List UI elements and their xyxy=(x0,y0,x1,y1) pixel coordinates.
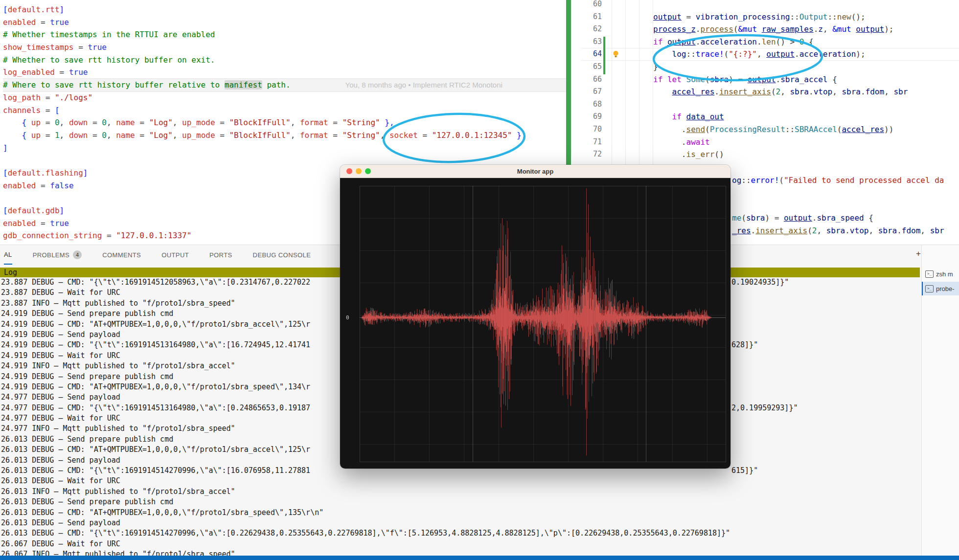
code-token: await xyxy=(686,137,710,147)
code-token: = xyxy=(215,131,229,140)
code-token: . xyxy=(809,87,814,96)
code-token: "BlockIfFull" xyxy=(229,118,290,127)
line-number: 66 xyxy=(581,73,602,86)
tab-label: OUTPUT xyxy=(161,251,189,259)
code-line: # Where to save rtt history buffer relat… xyxy=(3,79,568,91)
code-token: true xyxy=(69,67,88,77)
code-token: ( xyxy=(837,125,842,134)
line-number: 68 xyxy=(581,98,602,111)
code-token: if xyxy=(672,112,686,121)
code-line: ] xyxy=(3,142,568,155)
terminal-sidebar: >_zsh m>_probe- xyxy=(921,245,959,556)
plus-icon[interactable]: + xyxy=(916,249,921,259)
code-token: . xyxy=(795,49,799,59)
code-token: enabled xyxy=(3,219,36,228)
terminal-row: 26.013 DEBUG – CMD: "AT+QMTPUBEX=1,0,0,0… xyxy=(1,508,958,518)
terminal-row: 26.013 DEBUG – Send payload xyxy=(1,518,958,528)
code-line: process_z.process(&mut raw_samples.z, &m… xyxy=(616,23,959,36)
minimize-button[interactable] xyxy=(356,168,362,174)
terminal-instance-probe-[interactable]: >_probe- xyxy=(922,282,959,295)
code-token: down xyxy=(69,118,88,127)
code-token: = xyxy=(328,118,342,127)
panel-tab-output[interactable]: OUTPUT xyxy=(161,246,189,264)
code-token: = xyxy=(135,118,149,127)
tab-label: COMMENTS xyxy=(102,251,141,259)
line-number: 62 xyxy=(581,23,602,36)
close-button[interactable] xyxy=(346,168,352,174)
code-token: fdom xyxy=(866,87,885,96)
monitor-app-window[interactable]: Monitor app xyxy=(340,165,731,469)
code-token: accel_res xyxy=(842,125,884,134)
code-token: = xyxy=(88,118,102,127)
terminal-row-fragment: 615]}" xyxy=(731,466,758,476)
panel-tab-debug-console[interactable]: DEBUG CONSOLE xyxy=(253,246,311,264)
code-token: process_z xyxy=(653,24,696,34)
code-token: [ xyxy=(55,106,60,115)
code-token: Some xyxy=(686,75,706,84)
code-token: = xyxy=(41,106,55,115)
code-token: &mut xyxy=(738,24,761,34)
code-token: [ xyxy=(3,168,8,178)
code-token: ( xyxy=(724,49,729,59)
panel-tab-al[interactable]: AL xyxy=(4,245,12,265)
code-token: , xyxy=(60,131,69,140)
code-line: output = vibration_processing::Output::n… xyxy=(616,11,959,23)
status-bar[interactable] xyxy=(0,556,959,560)
code-token: ] xyxy=(83,168,88,178)
code-token: output xyxy=(748,75,776,84)
terminal-instance-zsh m[interactable]: >_zsh m xyxy=(922,267,959,281)
code-token: = xyxy=(41,131,55,140)
code-line: if let Some(sbra) = output.sbra_accel { xyxy=(616,73,959,86)
line-number: 71 xyxy=(581,136,602,149)
code-token: "127.0.0.1:1337" xyxy=(116,231,191,240)
code-token: false xyxy=(50,181,73,190)
code-token: # Where to save rtt history buffer relat… xyxy=(3,80,225,90)
code-token: . xyxy=(714,87,719,96)
code-token: = xyxy=(74,43,88,52)
code-token: :: xyxy=(827,12,837,22)
code-token: if xyxy=(653,37,667,46)
code-token: . xyxy=(682,125,686,134)
lightbulb-icon[interactable] xyxy=(612,50,619,60)
zoom-button[interactable] xyxy=(365,168,371,174)
code-token: { xyxy=(22,118,31,127)
code-line: log::trace!("{:?}", output.acceleration)… xyxy=(616,48,959,61)
code-token: = xyxy=(135,131,149,140)
code-token: sbra xyxy=(842,87,861,96)
vibration-waveform-chart xyxy=(340,178,731,469)
terminal-icon: >_ xyxy=(925,285,934,292)
code-token: [ xyxy=(3,5,8,14)
code-token: enabled xyxy=(3,181,36,190)
code-token: 1 xyxy=(55,131,60,140)
code-token: , xyxy=(780,87,790,96)
code-token: = xyxy=(88,131,102,140)
code-token: show_timestamps xyxy=(3,43,74,52)
code-line: { up = 1, down = 0, name = "Log", up_mod… xyxy=(3,129,568,142)
code-token: SBRAAccel xyxy=(795,125,837,134)
panel-tab-problems[interactable]: PROBLEMS4 xyxy=(33,246,82,264)
code-token: "Log" xyxy=(149,118,173,127)
code-token: . xyxy=(696,24,701,34)
code-token: if let xyxy=(653,75,686,84)
code-line: show_timestamps = true xyxy=(3,41,568,54)
code-line: # Whether timestamps in the RTTUI are en… xyxy=(3,28,568,41)
code-token: up_mode xyxy=(182,118,215,127)
code-token: output xyxy=(856,24,884,34)
code-token: = xyxy=(41,118,55,127)
panel-tab-comments[interactable]: COMMENTS xyxy=(102,246,141,264)
code-token: = xyxy=(328,131,342,140)
code-token: Output xyxy=(799,12,828,22)
code-token: default.flashing xyxy=(8,168,83,178)
tab-label: PROBLEMS xyxy=(33,251,69,259)
code-line: .await xyxy=(616,136,959,149)
code-token: default.rtt xyxy=(8,5,60,14)
code-token: , xyxy=(173,131,182,140)
panel-tab-ports[interactable]: PORTS xyxy=(209,246,232,264)
code-token: , xyxy=(107,118,116,127)
code-token: ); xyxy=(884,24,893,34)
code-token: send xyxy=(686,125,706,134)
code-token: , xyxy=(173,118,182,127)
monitor-title-bar[interactable]: Monitor app xyxy=(340,165,731,178)
tab-label: PORTS xyxy=(209,251,232,259)
code-line: if output.acceleration.len() > 0 { xyxy=(616,36,959,48)
